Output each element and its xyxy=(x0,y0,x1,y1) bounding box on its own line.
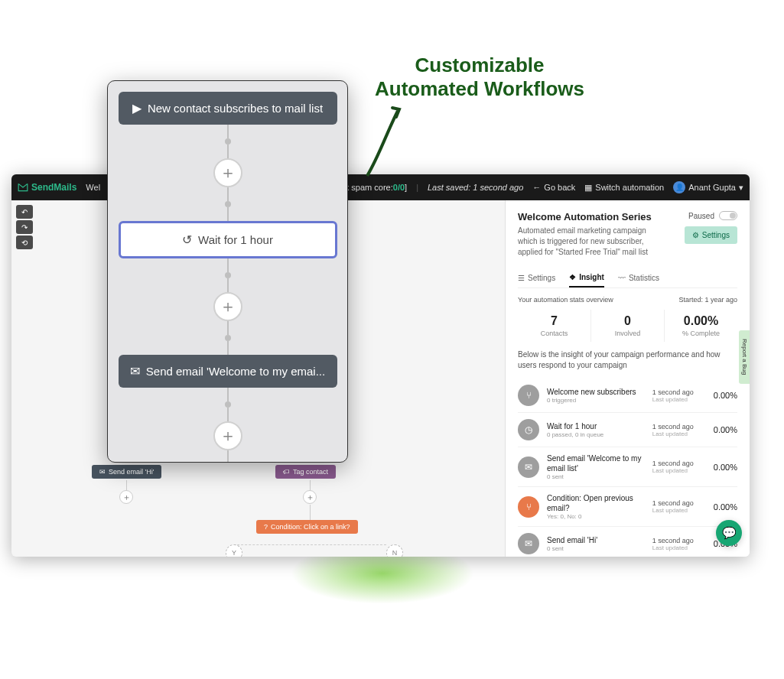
item-sub: Yes: 0, No: 0 xyxy=(547,513,645,520)
report-bug-tab[interactable]: Report a Bug xyxy=(739,330,750,384)
insight-desc: Below is the insight of your campaign pe… xyxy=(518,349,737,371)
redo-button[interactable]: ↷ xyxy=(16,220,33,234)
item-sub: 0 sent xyxy=(547,545,645,552)
tab-insight[interactable]: ❖ Insight xyxy=(569,268,604,288)
user-menu[interactable]: 👤 Anant Gupta ▾ xyxy=(673,181,743,193)
email-icon: ✉ xyxy=(130,364,140,378)
topbar-welcome: Wel xyxy=(86,183,100,192)
add-step-button[interactable]: ＋ xyxy=(303,490,317,504)
item-pct: 0.00% xyxy=(714,391,737,400)
canvas-tools: ↶ ↷ ⟲ xyxy=(16,205,33,249)
go-back-button[interactable]: ← Go back xyxy=(532,183,575,192)
item-name: Send email 'Welcome to my email list' xyxy=(547,453,645,473)
add-step-button[interactable]: ＋ xyxy=(119,490,133,504)
metric-contacts: 7 Contacts xyxy=(518,310,590,342)
node-send-email[interactable]: ✉ Send email 'Welcome to my emai... xyxy=(119,355,337,388)
insight-item[interactable]: ◷Wait for 1 hour0 passed, 0 in queue1 se… xyxy=(518,413,737,447)
undo-button[interactable]: ↶ xyxy=(16,205,33,219)
item-icon: ⑂ xyxy=(518,385,539,406)
item-sub: 0 sent xyxy=(547,473,645,480)
node-wait[interactable]: ↺ Wait for 1 hour xyxy=(119,221,337,258)
item-icon: ✉ xyxy=(518,533,539,554)
add-step-button[interactable]: ＋ xyxy=(213,292,242,321)
item-updated: 1 second agoLast updated xyxy=(652,388,706,403)
help-icon: ? xyxy=(264,523,268,531)
item-updated: 1 second agoLast updated xyxy=(652,423,706,437)
item-sub: 0 triggered xyxy=(547,397,645,404)
item-sub: 0 passed, 0 in queue xyxy=(547,431,645,438)
automation-desc: Automated email marketing campaign which… xyxy=(518,226,663,258)
metrics-row: 7 Contacts 0 Involved 0.00% % Complete xyxy=(518,310,737,342)
metric-involved: 0 Involved xyxy=(590,310,664,342)
flow-canvas-lower[interactable]: ✉Send email 'Hi' 🏷Tag contact ＋ ＋ ?Condi… xyxy=(42,465,497,557)
item-icon: ⑂ xyxy=(518,496,539,518)
metric-complete: 0.00% % Complete xyxy=(664,310,737,342)
item-updated: 1 second agoLast updated xyxy=(652,460,706,474)
annotation-arrow xyxy=(352,103,428,195)
add-step-button[interactable]: ＋ xyxy=(213,421,242,450)
node-condition-click[interactable]: ?Condition: Click on a link? xyxy=(256,520,358,534)
node-trigger[interactable]: ▶ New contact subscribes to mail list xyxy=(119,92,337,125)
tab-statistics[interactable]: 〰 Statistics xyxy=(618,268,659,288)
play-icon: ▶ xyxy=(132,101,142,115)
app-logo[interactable]: SendMails xyxy=(18,182,76,193)
item-name: Condition: Open previous email? xyxy=(547,493,645,513)
panel-tabs: ☰ Settings ❖ Insight 〰 Statistics xyxy=(518,268,737,288)
avatar: 👤 xyxy=(673,181,685,193)
details-panel: Welcome Automation Series Automated emai… xyxy=(505,200,750,557)
node-tag-contact[interactable]: 🏷Tag contact xyxy=(275,465,336,479)
item-icon: ◷ xyxy=(518,419,539,440)
paused-toggle[interactable]: Paused xyxy=(688,211,737,220)
item-name: Welcome new subscribers xyxy=(547,387,645,397)
insight-item[interactable]: ✉Send email 'Hi'0 sent1 second agoLast u… xyxy=(518,527,737,557)
started-label: Started: 1 year ago xyxy=(678,296,737,304)
chat-fab[interactable]: 💬 xyxy=(716,520,742,546)
item-pct: 0.00% xyxy=(714,502,737,512)
item-pct: 0.00% xyxy=(714,425,737,434)
insight-item[interactable]: ⑂Welcome new subscribers0 triggered1 sec… xyxy=(518,378,737,413)
branch-no: N xyxy=(386,544,403,557)
toggle-icon xyxy=(719,211,737,220)
overview-label: Your automation stats overview xyxy=(518,296,613,304)
settings-button[interactable]: ⚙ Settings xyxy=(685,226,737,244)
annotation-text: Customizable Automated Workflows xyxy=(375,54,584,101)
item-icon: ✉ xyxy=(518,456,539,478)
node-send-hi[interactable]: ✉Send email 'Hi' xyxy=(92,465,161,479)
branch-yes: Y xyxy=(226,544,242,557)
insight-list: ⑂Welcome new subscribers0 triggered1 sec… xyxy=(518,378,737,557)
add-step-button[interactable]: ＋ xyxy=(213,158,242,187)
insight-item[interactable]: ✉Send email 'Welcome to my email list'0 … xyxy=(518,447,737,487)
refresh-button[interactable]: ⟲ xyxy=(16,236,33,249)
tag-icon: 🏷 xyxy=(283,468,290,476)
gear-icon: ⚙ xyxy=(692,231,699,239)
history-icon: ↺ xyxy=(182,232,192,247)
item-updated: 1 second agoLast updated xyxy=(652,537,706,551)
insight-item[interactable]: ⑂Condition: Open previous email?Yes: 0, … xyxy=(518,487,737,527)
switch-automation-button[interactable]: ▦ Switch automation xyxy=(584,183,664,193)
workflow-popup: ▶ New contact subscribes to mail list ＋ … xyxy=(107,80,348,463)
item-pct: 0.00% xyxy=(714,463,737,472)
email-icon: ✉ xyxy=(99,468,106,476)
item-name: Wait for 1 hour xyxy=(547,421,645,431)
item-name: Send email 'Hi' xyxy=(547,535,645,545)
item-updated: 1 second agoLast updated xyxy=(652,499,706,514)
last-saved: Last saved: 1 second ago xyxy=(428,183,523,192)
automation-title: Welcome Automation Series xyxy=(518,211,663,223)
tab-settings[interactable]: ☰ Settings xyxy=(518,268,555,288)
chat-icon: 💬 xyxy=(722,526,737,540)
